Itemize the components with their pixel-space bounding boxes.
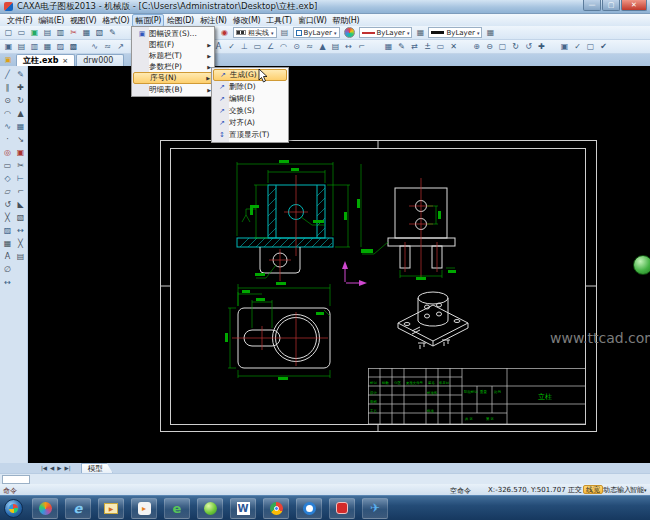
view-toolbar-icon[interactable]: ⊖	[483, 41, 496, 53]
fumian-menu-item[interactable]: 参数栏(P) ▶	[133, 61, 213, 72]
menubar-item[interactable]: 编辑(E)	[35, 14, 67, 27]
toolbar-icon[interactable]: ✂	[67, 27, 80, 39]
blue-app-icon[interactable]: ✈	[362, 498, 388, 519]
fumian-menu-item[interactable]: 标题栏(T) ▶	[133, 50, 213, 61]
modify-tool-icon[interactable]: ▲	[14, 107, 27, 120]
misc-toolbar-icon[interactable]: ✓	[571, 41, 584, 53]
menubar-item[interactable]: 绘图(D)	[164, 14, 197, 27]
modify-tool-icon[interactable]: ▦	[14, 120, 27, 133]
close-tab-icon[interactable]: ×	[62, 57, 68, 65]
style-toolbar-icon[interactable]: ◉	[218, 27, 231, 39]
modify-tool-icon[interactable]: ↘	[14, 133, 27, 146]
draw-tool-icon[interactable]: ↺	[1, 198, 14, 211]
modify-tool-icon[interactable]: ✂	[14, 159, 27, 172]
draw-toolbar-icon[interactable]: ∿	[88, 41, 101, 53]
draw-tool-icon[interactable]: ∿	[1, 120, 14, 133]
annotate-toolbar-icon[interactable]: ∠	[264, 41, 277, 53]
edit-toolbar-icon[interactable]: ✕	[447, 41, 460, 53]
draw-tool-icon[interactable]: ∥	[1, 81, 14, 94]
draw-tool-icon[interactable]: ·	[1, 133, 14, 146]
modify-tool-icon[interactable]: ▧	[14, 211, 27, 224]
draw-toolbar-icon[interactable]: ≈	[101, 41, 114, 53]
edit-toolbar-icon[interactable]: ▭	[434, 41, 447, 53]
annotate-toolbar-icon[interactable]: ≈	[303, 41, 316, 53]
draw-tool-icon[interactable]: ◇	[1, 172, 14, 185]
menubar-item[interactable]: 窗口(W)	[295, 14, 330, 27]
command-input[interactable]	[2, 475, 30, 484]
xuhao-submenu-item[interactable]: ↗ 交换(S)	[213, 105, 287, 117]
draw-tool-icon[interactable]: ▨	[1, 224, 14, 237]
menubar-item[interactable]: 帮助(H)	[330, 14, 363, 27]
modify-tool-icon[interactable]: ╳	[14, 237, 27, 250]
view-toolbar-icon[interactable]: ↻	[509, 41, 522, 53]
annotate-toolbar-icon[interactable]: ⌐	[355, 41, 368, 53]
modify-tool-icon[interactable]: ✚	[14, 81, 27, 94]
view-toolbar-icon[interactable]: ✚	[535, 41, 548, 53]
media-player-icon[interactable]: ▸	[131, 498, 157, 519]
close-button[interactable]: ✕	[621, 0, 647, 11]
toolbar-icon[interactable]: ▣	[28, 27, 41, 39]
edit-toolbar-icon[interactable]: ⇄	[408, 41, 421, 53]
pinwheel-app-icon[interactable]	[32, 498, 58, 519]
draw-tool-icon[interactable]: ∅	[1, 263, 14, 276]
sheet-toolbar-icon[interactable]: ▤	[15, 41, 28, 53]
draw-tool-icon[interactable]: ╱	[1, 68, 14, 81]
modify-tool-icon[interactable]: ⌐	[14, 185, 27, 198]
modify-tool-icon[interactable]: ✎	[14, 68, 27, 81]
modify-tool-icon[interactable]: ↻	[14, 94, 27, 107]
annotate-toolbar-icon[interactable]: ⊥	[238, 41, 251, 53]
sheet-icon[interactable]: ▤	[279, 27, 291, 38]
draw-tool-icon[interactable]: ▭	[1, 159, 14, 172]
annotate-toolbar-icon[interactable]: ▤	[329, 41, 342, 53]
modify-tool-icon[interactable]: ◣	[14, 198, 27, 211]
floating-badge[interactable]	[633, 255, 650, 275]
draw-tool-icon[interactable]: ◠	[1, 107, 14, 120]
annotate-toolbar-icon[interactable]: ◠	[277, 41, 290, 53]
sheet-toolbar-icon[interactable]: ▣	[2, 41, 15, 53]
edit-toolbar-icon[interactable]: ✎	[395, 41, 408, 53]
modify-tool-icon[interactable]: ↔	[14, 224, 27, 237]
modify-tool-icon[interactable]: ▤	[14, 250, 27, 263]
layer-select[interactable]: ByLayer ▾	[293, 27, 340, 38]
film-icon[interactable]: ▦	[414, 27, 426, 38]
annotate-toolbar-icon[interactable]: ↔	[342, 41, 355, 53]
toolbar-icon[interactable]: ▧	[93, 27, 106, 39]
menubar-item[interactable]: 文件(F)	[4, 14, 35, 27]
menubar-item[interactable]: 幅面(P)	[132, 14, 164, 27]
draw-tool-icon[interactable]: ▦	[1, 237, 14, 250]
ie-icon[interactable]: e	[65, 498, 91, 519]
sheet-toolbar-icon[interactable]: ▨	[54, 41, 67, 53]
green-browser-icon[interactable]: e	[164, 498, 190, 519]
red-app-icon[interactable]	[329, 498, 355, 519]
ball-app-icon[interactable]	[197, 498, 223, 519]
sheet-toolbar-icon[interactable]: ▩	[67, 41, 80, 53]
draw-tool-icon[interactable]: ╳	[1, 211, 14, 224]
tab-pin-icon[interactable]: ▣	[3, 55, 13, 65]
edit-toolbar-icon[interactable]: ±	[421, 41, 434, 53]
fumian-menu-item[interactable]: ▣ 图幅设置(S)...	[133, 28, 213, 39]
status-toggle[interactable]: 线宽	[583, 485, 603, 494]
annotate-toolbar-icon[interactable]: ▲	[316, 41, 329, 53]
toolbar-icon[interactable]: ▤	[41, 27, 54, 39]
view-toolbar-icon[interactable]: ▢	[496, 41, 509, 53]
toolbar-icon[interactable]: ▭	[15, 27, 28, 39]
view-toolbar-icon[interactable]: ↺	[522, 41, 535, 53]
draw-tool-icon[interactable]: ⊙	[1, 94, 14, 107]
sheet-nav-button[interactable]: |◀	[41, 465, 47, 471]
annotate-toolbar-icon[interactable]: ▭	[251, 41, 264, 53]
draw-tool-icon[interactable]: ▱	[1, 185, 14, 198]
color-wheel-icon[interactable]	[344, 27, 355, 38]
start-button[interactable]	[4, 499, 23, 518]
annotate-toolbar-icon[interactable]: ✓	[225, 41, 238, 53]
chrome-icon[interactable]	[263, 498, 289, 519]
menubar-item[interactable]: 修改(M)	[230, 14, 264, 27]
fumian-menu-item[interactable]: 序号(N) ▶	[133, 72, 213, 84]
linetype-select[interactable]: 粗实线 ▾	[233, 27, 277, 38]
modify-tool-icon[interactable]: ⊢	[14, 172, 27, 185]
sheet-nav-button[interactable]: ◀	[50, 465, 54, 471]
toolbar-icon[interactable]: ▦	[80, 27, 93, 39]
menubar-item[interactable]: 标注(N)	[197, 14, 230, 27]
word-icon[interactable]: W	[230, 498, 256, 519]
view-toolbar-icon[interactable]: ⊕	[470, 41, 483, 53]
draw-tool-icon[interactable]: A	[1, 250, 14, 263]
